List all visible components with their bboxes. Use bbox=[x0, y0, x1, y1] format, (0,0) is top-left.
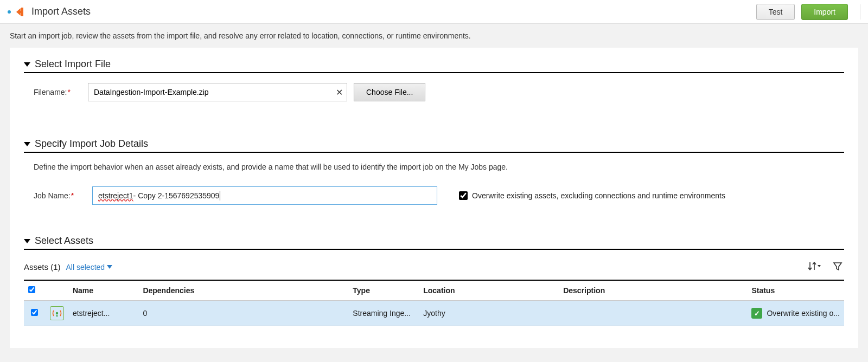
cell-name: etstreject... bbox=[68, 301, 139, 326]
svg-rect-1 bbox=[18, 11, 22, 13]
col-type[interactable]: Type bbox=[348, 280, 419, 301]
assets-table: Name Dependencies Type Location Descript… bbox=[24, 280, 844, 326]
col-name[interactable]: Name bbox=[68, 280, 139, 301]
unsaved-dot-icon bbox=[8, 10, 11, 14]
cell-description bbox=[559, 301, 747, 326]
col-location[interactable]: Location bbox=[419, 280, 559, 301]
col-status[interactable]: Status bbox=[747, 280, 844, 301]
section-select-assets[interactable]: Select Assets bbox=[24, 235, 844, 250]
clear-filename-icon[interactable]: ✕ bbox=[336, 87, 343, 98]
overwrite-label: Overwrite existing assets, excluding con… bbox=[472, 191, 725, 200]
sort-icon[interactable] bbox=[806, 260, 822, 274]
col-dependencies[interactable]: Dependencies bbox=[138, 280, 348, 301]
divider bbox=[860, 4, 860, 20]
col-description[interactable]: Description bbox=[559, 280, 747, 301]
back-icon[interactable] bbox=[15, 7, 26, 17]
filename-label: Filename: bbox=[34, 88, 88, 96]
filename-input[interactable] bbox=[88, 83, 347, 101]
section-title-label: Specify Import Job Details bbox=[35, 138, 148, 150]
chevron-down-icon bbox=[107, 265, 112, 269]
section-select-import-file[interactable]: Select Import File bbox=[24, 59, 844, 73]
section-title-label: Select Assets bbox=[35, 235, 93, 247]
job-name-label: Job Name: bbox=[34, 191, 92, 200]
page-title: Import Assets bbox=[31, 6, 91, 17]
main-panel: Select Import File Filename: ✕ Choose Fi… bbox=[10, 48, 858, 348]
svg-point-2 bbox=[56, 312, 58, 314]
section-job-details[interactable]: Specify Import Job Details bbox=[24, 138, 844, 153]
chevron-down-icon bbox=[24, 62, 30, 67]
top-bar: Import Assets Test Import bbox=[0, 0, 868, 24]
all-selected-dropdown[interactable]: All selected bbox=[66, 263, 113, 272]
chevron-down-icon bbox=[24, 239, 30, 243]
row-checkbox[interactable] bbox=[31, 309, 38, 316]
cell-dependencies: 0 bbox=[138, 301, 348, 326]
import-button[interactable]: Import bbox=[801, 4, 848, 20]
select-all-checkbox[interactable] bbox=[28, 286, 35, 293]
test-button[interactable]: Test bbox=[756, 4, 795, 20]
choose-file-button[interactable]: Choose File... bbox=[354, 83, 425, 101]
overwrite-checkbox[interactable] bbox=[459, 191, 468, 200]
page-description: Start an import job, review the assets f… bbox=[0, 24, 868, 48]
cell-status: ✓ Overwrite existing o... bbox=[747, 301, 844, 326]
job-name-input[interactable]: etstreject1 - Copy 2-1567692535909 bbox=[92, 186, 437, 205]
job-details-description: Define the import behavior when an asset… bbox=[24, 163, 844, 171]
chevron-down-icon bbox=[24, 142, 30, 146]
cell-type: Streaming Inge... bbox=[348, 301, 419, 326]
filter-icon[interactable] bbox=[831, 260, 844, 274]
table-row[interactable]: etstreject... 0 Streaming Inge... Jyothy… bbox=[24, 301, 844, 326]
streaming-asset-icon bbox=[50, 306, 64, 320]
assets-count: Assets (1) bbox=[24, 262, 61, 272]
table-header-row: Name Dependencies Type Location Descript… bbox=[24, 280, 844, 301]
cell-location: Jyothy bbox=[419, 301, 559, 326]
status-ok-icon: ✓ bbox=[751, 308, 762, 319]
section-title-label: Select Import File bbox=[35, 59, 111, 70]
